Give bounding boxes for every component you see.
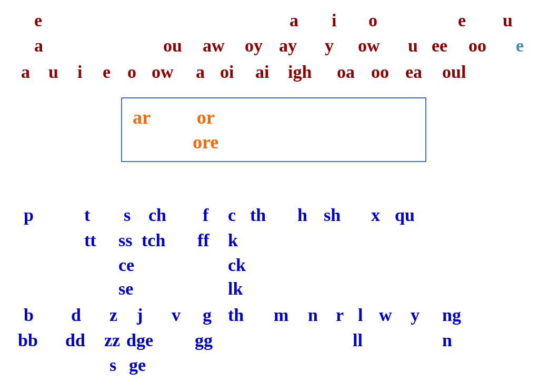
vowel-a-row3: a bbox=[21, 62, 30, 82]
vowel-a2-row3: a bbox=[196, 62, 205, 82]
vowel-e2-row1: e bbox=[458, 11, 466, 31]
cons-ff: ff bbox=[197, 230, 209, 250]
cons-g: g bbox=[203, 305, 212, 325]
vowel-y: y bbox=[325, 36, 334, 56]
cons-gg: gg bbox=[195, 330, 213, 350]
vowel-oy: oy bbox=[245, 36, 263, 56]
cons-k: k bbox=[228, 230, 238, 250]
vowel-igh: igh bbox=[288, 62, 312, 82]
cons-ce: ce bbox=[118, 255, 134, 275]
vowel-aw: aw bbox=[203, 36, 225, 56]
vowel-oo-row2: oo bbox=[468, 36, 486, 56]
cons-h: h bbox=[297, 205, 307, 225]
cons-tch: tch bbox=[142, 230, 165, 250]
cons-m: m bbox=[274, 305, 288, 325]
vowel-o-row3: o bbox=[127, 62, 136, 82]
cons-p: p bbox=[24, 205, 34, 225]
cons-d: d bbox=[71, 305, 81, 325]
cons-se: se bbox=[118, 279, 133, 299]
cons-w: w bbox=[379, 305, 392, 325]
vowel-ee: ee bbox=[432, 36, 447, 56]
cons-zz: zz bbox=[104, 330, 120, 350]
cons-n2: n bbox=[442, 330, 452, 350]
vowels-section: e a i o e u a ou aw oy ay y ow u ee oo e… bbox=[11, 5, 528, 92]
cons-ck: ck bbox=[228, 255, 246, 275]
cons-bb: bb bbox=[18, 330, 38, 350]
vowel-i-row3: i bbox=[77, 62, 82, 82]
box-ar: ar bbox=[133, 106, 151, 128]
cons-t: t bbox=[84, 205, 90, 225]
cons-v: v bbox=[172, 305, 181, 325]
cons-b: b bbox=[24, 305, 34, 325]
vowel-e-blue: e bbox=[516, 36, 524, 56]
phonics-box: ar or ore bbox=[121, 97, 426, 162]
vowel-oo-row3: oo bbox=[371, 62, 389, 82]
cons-ch: ch bbox=[148, 205, 166, 225]
vowel-a-row2: a bbox=[34, 36, 43, 56]
vowel-ay: ay bbox=[279, 36, 297, 56]
phonics-page: e a i o e u a ou aw oy ay y ow u ee oo e… bbox=[0, 0, 539, 392]
box-ore: ore bbox=[193, 131, 218, 153]
cons-sh: sh bbox=[324, 205, 341, 225]
vowel-ai: ai bbox=[255, 62, 269, 82]
cons-ll: ll bbox=[353, 330, 363, 350]
cons-qu: qu bbox=[395, 205, 415, 225]
vowel-oul: oul bbox=[442, 62, 466, 82]
cons-th2: th bbox=[228, 305, 244, 325]
cons-j: j bbox=[137, 305, 143, 325]
vowel-o-row1: o bbox=[368, 11, 377, 31]
vowel-a-row1: a bbox=[290, 11, 298, 31]
cons-ss: ss bbox=[118, 230, 132, 250]
cons-c: c bbox=[228, 205, 236, 225]
box-section: ar or ore bbox=[121, 97, 437, 162]
cons-dd: dd bbox=[65, 330, 85, 350]
box-or: or bbox=[193, 106, 218, 128]
cons-s: s bbox=[124, 205, 131, 225]
cons-s2: s bbox=[109, 355, 116, 375]
vowel-u-row3: u bbox=[48, 62, 58, 82]
consonants-section: p t s ch f c th h sh x qu tt ss tch ff k… bbox=[0, 205, 539, 379]
vowel-e-row1: e bbox=[34, 11, 42, 31]
vowel-ow-row3: ow bbox=[152, 62, 174, 82]
vowel-oa: oa bbox=[337, 62, 355, 82]
vowel-ea: ea bbox=[405, 62, 422, 82]
cons-r: r bbox=[336, 305, 344, 325]
cons-lk: lk bbox=[228, 279, 243, 299]
cons-ge: ge bbox=[129, 355, 146, 375]
cons-ng: ng bbox=[442, 305, 461, 325]
vowel-oi: oi bbox=[220, 62, 234, 82]
vowel-e-row3: e bbox=[103, 62, 111, 82]
cons-z: z bbox=[109, 305, 117, 325]
cons-y: y bbox=[411, 305, 420, 325]
vowel-u-row2: u bbox=[408, 36, 418, 56]
cons-tt: tt bbox=[84, 230, 96, 250]
cons-x: x bbox=[371, 205, 380, 225]
cons-l: l bbox=[358, 305, 363, 325]
cons-th: th bbox=[250, 205, 266, 225]
cons-n: n bbox=[308, 305, 318, 325]
vowel-ou: ou bbox=[163, 36, 182, 56]
vowel-u-row1: u bbox=[503, 11, 513, 31]
cons-dge: dge bbox=[126, 330, 153, 350]
vowel-i-row1: i bbox=[332, 11, 336, 31]
cons-f: f bbox=[203, 205, 208, 225]
vowel-ow: ow bbox=[358, 36, 380, 56]
